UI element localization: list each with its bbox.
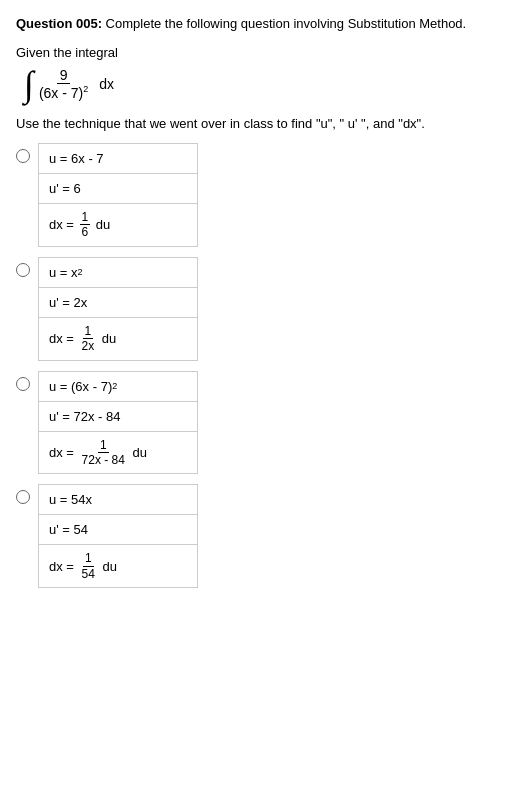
option-box-d: u = 54x u' = 54 dx = 154 du — [38, 484, 198, 588]
option-d-uprime: u' = 54 — [39, 515, 197, 545]
radio-a[interactable] — [16, 149, 30, 163]
option-row-c[interactable]: u = (6x - 7)2 u' = 72x - 84 dx = 172x - … — [16, 371, 497, 475]
integral-sign: ∫ — [24, 66, 34, 102]
integral-numerator: 9 — [57, 67, 71, 84]
frac-a: 16 — [80, 210, 91, 240]
option-b-u: u = x2 — [39, 258, 197, 288]
frac-b: 12x — [80, 324, 97, 354]
option-b-uprime: u' = 2x — [39, 288, 197, 318]
option-c-dx: dx = 172x - 84 du — [39, 432, 197, 474]
option-a-u: u = 6x - 7 — [39, 144, 197, 174]
option-b-dx: dx = 12x du — [39, 318, 197, 360]
option-c-uprime: u' = 72x - 84 — [39, 402, 197, 432]
radio-b[interactable] — [16, 263, 30, 277]
frac-c: 172x - 84 — [80, 438, 127, 468]
options-container: u = 6x - 7 u' = 6 dx = 16 du u = x2 u' =… — [16, 143, 497, 588]
option-row-d[interactable]: u = 54x u' = 54 dx = 154 du — [16, 484, 497, 588]
radio-c[interactable] — [16, 377, 30, 391]
question-number: Question 005: — [16, 16, 102, 31]
option-a-uprime: u' = 6 — [39, 174, 197, 204]
option-box-b: u = x2 u' = 2x dx = 12x du — [38, 257, 198, 361]
option-a-dx: dx = 16 du — [39, 204, 197, 246]
integral-fraction: 9 (6x - 7)2 — [36, 67, 91, 101]
question-header: Question 005: Complete the following que… — [16, 16, 497, 31]
frac-d: 154 — [80, 551, 97, 581]
option-d-dx: dx = 154 du — [39, 545, 197, 587]
option-box-a: u = 6x - 7 u' = 6 dx = 16 du — [38, 143, 198, 247]
question-description: Complete the following question involvin… — [106, 16, 467, 31]
option-box-c: u = (6x - 7)2 u' = 72x - 84 dx = 172x - … — [38, 371, 198, 475]
integral-dx: dx — [99, 76, 114, 92]
technique-text: Use the technique that we went over in c… — [16, 116, 497, 131]
integral-denominator: (6x - 7)2 — [36, 84, 91, 101]
radio-d[interactable] — [16, 490, 30, 504]
option-c-u: u = (6x - 7)2 — [39, 372, 197, 402]
option-row-a[interactable]: u = 6x - 7 u' = 6 dx = 16 du — [16, 143, 497, 247]
option-d-u: u = 54x — [39, 485, 197, 515]
option-row-b[interactable]: u = x2 u' = 2x dx = 12x du — [16, 257, 497, 361]
integral-display: ∫ 9 (6x - 7)2 dx — [24, 66, 497, 102]
given-label: Given the integral — [16, 45, 497, 60]
